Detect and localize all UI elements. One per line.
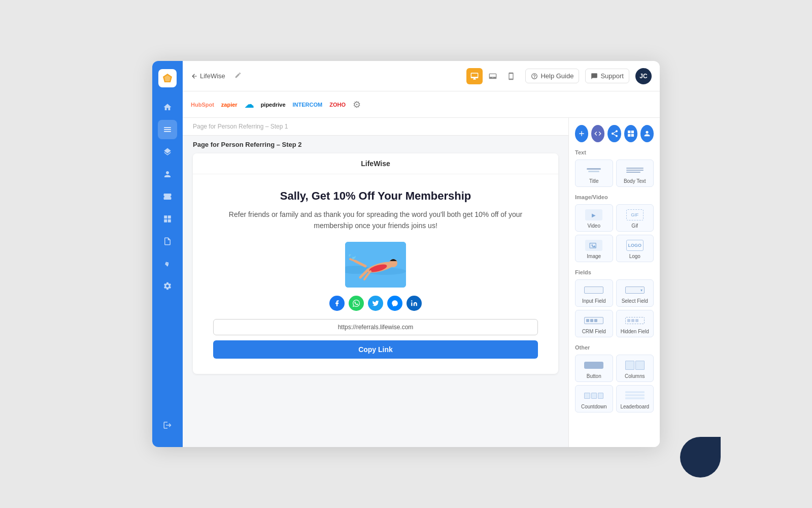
panel-action-row <box>575 125 654 142</box>
share-facebook-btn[interactable] <box>329 296 345 311</box>
panel-code-btn[interactable] <box>591 125 604 142</box>
block-item-select-field[interactable]: Select Field <box>616 279 654 307</box>
sidebar-item-dashboard[interactable] <box>158 209 177 229</box>
block-item-hidden-field[interactable]: Hidden Field <box>616 310 654 337</box>
button-block-icon <box>584 359 604 371</box>
sidebar-item-page[interactable] <box>158 232 177 251</box>
countdown-block-label: Countdown <box>581 404 607 409</box>
sidebar-bottom <box>158 416 177 439</box>
panel-grid-btn[interactable] <box>624 125 637 142</box>
video-block-icon: ▶ <box>584 209 604 221</box>
share-linkedin-btn[interactable] <box>407 296 422 311</box>
social-share-buttons <box>213 296 538 311</box>
block-item-body-text[interactable]: Body Text <box>616 160 654 187</box>
back-button[interactable]: LifeWise <box>191 72 225 80</box>
block-item-gif[interactable]: GIF Gif <box>616 204 654 232</box>
block-item-leaderboard[interactable]: Leaderboard <box>616 385 654 412</box>
view-mobile-btn[interactable] <box>503 68 519 84</box>
select-field-block-icon <box>625 284 645 296</box>
gif-block-icon: GIF <box>625 209 645 221</box>
image-block-label: Image <box>587 253 601 259</box>
body-text-block-icon <box>625 164 645 176</box>
leaderboard-block-icon <box>625 390 645 402</box>
crm-field-block-label: CRM Field <box>582 329 606 334</box>
other-blocks-grid: Button Columns Countdown <box>575 355 654 412</box>
view-desktop-btn[interactable] <box>466 68 483 84</box>
hidden-field-block-icon <box>625 314 645 327</box>
copy-link-button[interactable]: Copy Link <box>213 340 538 359</box>
crm-field-block-icon <box>584 314 604 327</box>
webhook-icon[interactable]: ⚙ <box>353 99 361 110</box>
breadcrumb: Page for Person Referring – Step 1 <box>183 118 568 136</box>
block-item-countdown[interactable]: Countdown <box>575 385 613 412</box>
share-twitter-btn[interactable] <box>368 296 383 311</box>
sidebar-item-list[interactable] <box>158 120 177 139</box>
block-item-input-field[interactable]: Input Field <box>575 279 613 307</box>
section-fields-label: Fields <box>575 269 654 275</box>
sidebar-item-layers[interactable] <box>158 142 177 162</box>
topbar-right: Help Guide Support JC <box>525 68 652 84</box>
block-item-image[interactable]: Image <box>575 235 613 262</box>
logo-block-icon: LOGO <box>625 239 645 251</box>
block-item-button[interactable]: Button <box>575 355 613 382</box>
sidebar-item-rocket[interactable] <box>158 254 177 273</box>
image-blocks-grid: ▶ Video GIF Gif <box>575 204 654 262</box>
support-label: Support <box>600 72 624 80</box>
share-messenger-btn[interactable] <box>387 296 402 311</box>
pipedrive-logo[interactable]: pipedrive <box>261 102 286 108</box>
block-item-logo[interactable]: LOGO Logo <box>616 235 654 262</box>
intercom-logo[interactable]: INTERCOM <box>293 102 323 108</box>
page-canvas: LifeWise Sally, Get 10% Off Your Members… <box>193 153 558 374</box>
leaderboard-block-label: Leaderboard <box>620 404 649 409</box>
block-item-video[interactable]: ▶ Video <box>575 204 613 232</box>
sidebar-item-logout[interactable] <box>158 416 177 435</box>
svg-point-10 <box>411 300 412 301</box>
panel-person-btn[interactable] <box>640 125 654 142</box>
hidden-field-block-label: Hidden Field <box>621 329 649 334</box>
right-panel: Text Title Body Text <box>568 118 660 447</box>
button-block-label: Button <box>587 373 601 379</box>
sidebar-item-home[interactable] <box>158 98 177 117</box>
help-guide-button[interactable]: Help Guide <box>525 69 579 83</box>
user-avatar[interactable]: JC <box>635 68 652 84</box>
canvas-step2-title: Page for Person Referring – Step 2 <box>193 141 302 148</box>
section-image-label: Image/Video <box>575 194 654 200</box>
sidebar-item-ticket[interactable] <box>158 187 177 206</box>
app-logo[interactable] <box>158 69 177 87</box>
page-image <box>345 242 406 288</box>
columns-block-label: Columns <box>625 373 645 379</box>
page-brand-bar: LifeWise <box>193 153 558 174</box>
fields-blocks-grid: Input Field Select Field C <box>575 279 654 337</box>
salesforce-logo[interactable]: ☁ <box>245 99 254 110</box>
zapier-logo[interactable]: zapier <box>221 102 238 108</box>
support-button[interactable]: Support <box>585 69 629 83</box>
gif-block-label: Gif <box>631 223 638 229</box>
logo-block-label: Logo <box>629 253 640 259</box>
block-item-crm-field[interactable]: CRM Field <box>575 310 613 337</box>
input-field-block-label: Input Field <box>582 298 606 304</box>
sidebar-item-users[interactable] <box>158 165 177 184</box>
panel-share-btn[interactable] <box>607 125 621 142</box>
image-block-icon <box>584 239 604 251</box>
section-other-label: Other <box>575 344 654 351</box>
zoho-logo[interactable]: ZOHO <box>329 102 346 108</box>
canvas-area: Page for Person Referring – Step 1 Page … <box>183 118 568 447</box>
body-text-block-label: Body Text <box>624 178 646 184</box>
page-headline: Sally, Get 10% Off Your Membership <box>213 189 538 203</box>
hubspot-logo[interactable]: HubSpot <box>191 102 214 108</box>
block-item-title[interactable]: Title <box>575 160 613 187</box>
block-item-columns[interactable]: Columns <box>616 355 654 382</box>
view-tablet-btn[interactable] <box>485 68 501 84</box>
referral-url-text: https://referrals.lifewise.com <box>338 324 414 331</box>
help-label: Help Guide <box>540 72 573 80</box>
breadcrumb-step1[interactable]: Page for Person Referring – Step 1 <box>193 123 288 130</box>
video-block-label: Video <box>588 223 600 229</box>
corner-decoration <box>680 437 721 478</box>
share-whatsapp-btn[interactable] <box>349 296 364 311</box>
input-field-block-icon <box>584 284 604 296</box>
panel-add-btn[interactable] <box>575 125 588 142</box>
edit-title-icon[interactable] <box>234 72 242 81</box>
integrations-bar: HubSpot zapier ☁ pipedrive INTERCOM ZOHO… <box>183 91 660 118</box>
sidebar <box>152 61 183 447</box>
sidebar-item-settings[interactable] <box>158 276 177 296</box>
